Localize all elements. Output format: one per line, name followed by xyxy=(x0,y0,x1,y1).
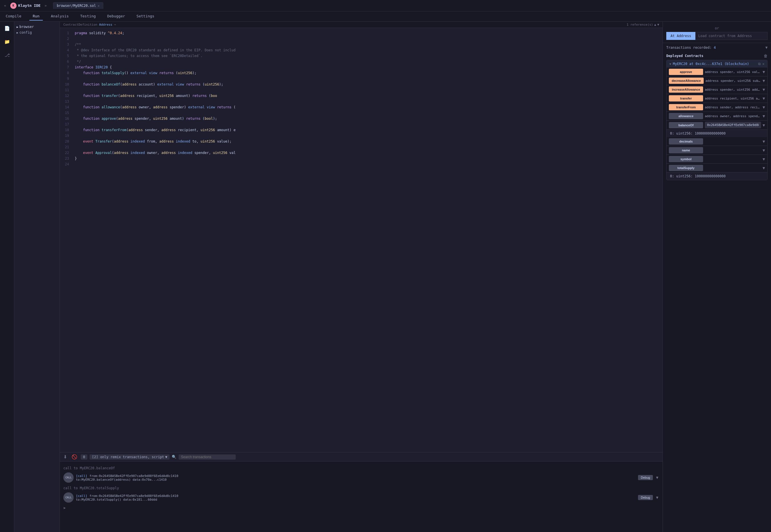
expand-left-icon[interactable]: « xyxy=(2,3,8,8)
approve-args: address spender, uint256 value xyxy=(705,70,761,74)
breadcrumb-arrow: → xyxy=(114,23,116,27)
terminal-collapse-icon[interactable]: ⬇ xyxy=(62,454,68,460)
allowance-button[interactable]: allowance xyxy=(669,113,703,119)
contract-collapse-icon[interactable]: ▼ xyxy=(670,62,671,66)
refs-up-icon[interactable]: ▲ xyxy=(654,23,656,27)
deployed-title: Deployed Contracts xyxy=(666,54,703,58)
transfer-from-expand-icon[interactable]: ▼ xyxy=(763,105,765,109)
call-to-2: to:MyERC20.totalSupply() data:0x181...60… xyxy=(76,498,636,501)
call-badge-1: CALL xyxy=(63,472,74,483)
editor-tab-myerc20[interactable]: browser/MyERC20.sol ✕ xyxy=(53,2,103,9)
git-icon[interactable]: ⎇ xyxy=(3,51,11,60)
name-button[interactable]: name xyxy=(669,147,703,153)
terminal-search-input[interactable] xyxy=(178,454,236,460)
tab-analysis[interactable]: Analysis xyxy=(47,12,72,21)
fn-row-total-supply: totalSupply ▼ xyxy=(667,164,767,172)
deployed-header: Deployed Contracts 🗑 xyxy=(663,52,771,60)
tab-settings[interactable]: Settings xyxy=(133,12,158,21)
call-link-1: [call] xyxy=(76,474,87,478)
logo-text: Klaytn IDE xyxy=(18,3,40,8)
call-row-2: CALL [call] from:0x2645BA5Be42FfEe907ca8… xyxy=(63,491,659,504)
call-link-2: [call] xyxy=(76,494,87,498)
contract-copy-icon[interactable]: ⧉ xyxy=(758,62,761,66)
deployed-trash-icon[interactable]: 🗑 xyxy=(764,54,768,58)
transactions-header: Transactions recorded: 4 ▼ xyxy=(663,43,771,52)
call-from-1: from:0x2645BA5Be42FfEe907ca8e9d88f6Ee6dA… xyxy=(90,474,178,478)
transactions-expand-icon[interactable]: ▼ xyxy=(765,45,768,50)
transfer-args: address recipient, uint256 amount xyxy=(705,97,761,100)
increase-allowance-button[interactable]: increaseAllowance xyxy=(669,86,703,93)
expand-button-2[interactable]: ▼ xyxy=(655,495,659,500)
tab-compile[interactable]: Compile xyxy=(2,12,25,21)
tab-close-icon[interactable]: ✕ xyxy=(98,4,99,8)
contract-close-icon[interactable]: ✕ xyxy=(762,62,764,66)
file-tree: ▶ browser ▶ config xyxy=(14,22,60,532)
decrease-allowance-args: address spender, uint256 subtracte xyxy=(705,79,761,83)
transactions-title: Transactions recorded: 4 xyxy=(666,46,716,50)
call-text-1: [call] from:0x2645BA5Be42FfEe907ca8e9d88… xyxy=(76,474,636,482)
symbol-button[interactable]: symbol xyxy=(669,156,703,162)
approve-expand-icon[interactable]: ▼ xyxy=(763,70,765,74)
terminal-filter-arrow: ▼ xyxy=(165,455,167,459)
expand-button-1[interactable]: ▼ xyxy=(655,475,659,480)
terminal-search-icon: 🔍 xyxy=(172,455,176,459)
tab-run[interactable]: Run xyxy=(29,12,43,21)
terminal-prompt: > xyxy=(63,506,659,510)
fn-row-transfer: transfer address recipient, uint256 amou… xyxy=(667,94,767,103)
call-label-2: call to MyERC20.totalSupply xyxy=(63,486,659,490)
balance-of-expand-icon[interactable]: ▼ xyxy=(763,123,765,127)
name-expand-icon[interactable]: ▼ xyxy=(763,148,765,153)
open-folder-icon[interactable]: 📁 xyxy=(3,37,12,46)
total-supply-button[interactable]: totalSupply xyxy=(669,165,703,171)
decrease-allowance-button[interactable]: decreaseAllowance xyxy=(669,78,704,84)
filetree-item-browser[interactable]: ▶ browser xyxy=(14,24,60,30)
balance-of-button[interactable]: balanceOf xyxy=(669,122,703,128)
increase-allowance-args: address spender, uint256 addedVa xyxy=(705,88,761,92)
refs-down-icon[interactable]: ▼ xyxy=(657,23,659,27)
expand-right-icon[interactable]: » xyxy=(43,3,48,8)
new-file-icon[interactable]: 📄 xyxy=(3,24,12,33)
tab-label: browser/MyERC20.sol xyxy=(57,4,96,8)
filetree-item-config[interactable]: ▶ config xyxy=(14,30,60,35)
code-content[interactable]: pragma solidity ^0.4.24; /** * @dev Inte… xyxy=(71,28,663,452)
breadcrumb-refs: 1 reference(s) ▲ ▼ xyxy=(627,23,659,27)
call-row-1: CALL [call] from:0x2645BA5Be42FfEe907ca8… xyxy=(63,471,659,484)
call-label-1: call to MyERC20.balanceOf xyxy=(63,466,659,470)
call-from-2: from:0x2645BA5Be42FfEe907ca8e9d88f6Ee6dA… xyxy=(90,494,178,498)
breadcrumb-contract: ContractDefinition xyxy=(63,23,97,27)
debug-button-2[interactable]: Debug xyxy=(638,495,653,500)
tab-testing[interactable]: Testing xyxy=(77,12,99,21)
fn-row-increase-allowance: increaseAllowance address spender, uint2… xyxy=(667,85,767,94)
nav-tabs: Compile Run Analysis Testing Debugger Se… xyxy=(0,11,771,22)
fn-row-allowance: allowance address owner, address spender… xyxy=(667,112,767,121)
address-section: or At Address Load contract from Address xyxy=(663,22,771,43)
terminal-clear-icon[interactable]: 🚫 xyxy=(70,454,78,460)
load-contract-tab[interactable]: Load contract from Address xyxy=(695,32,768,40)
transfer-from-button[interactable]: transferFrom xyxy=(669,104,703,110)
at-address-tab[interactable]: At Address xyxy=(666,32,695,40)
logo: K Klaytn IDE xyxy=(10,3,40,9)
or-text: or xyxy=(666,26,768,30)
call-to-1: to:MyERC20.balanceOf(address) data:0x70a… xyxy=(76,478,636,482)
decrease-allowance-expand-icon[interactable]: ▼ xyxy=(763,78,765,83)
decimals-button[interactable]: decimals xyxy=(669,138,703,145)
transfer-button[interactable]: transfer xyxy=(669,95,703,101)
allowance-expand-icon[interactable]: ▼ xyxy=(763,114,765,118)
symbol-expand-icon[interactable]: ▼ xyxy=(763,157,765,161)
terminal-filter[interactable]: [2] only remix transactions, script ▼ xyxy=(90,454,169,460)
code-editor[interactable]: 12345 678910 1112131415 1617181920 21222… xyxy=(60,28,663,452)
debug-button-1[interactable]: Debug xyxy=(638,475,653,480)
transfer-expand-icon[interactable]: ▼ xyxy=(763,96,765,101)
topbar: « K Klaytn IDE » browser/MyERC20.sol ✕ xyxy=(0,0,771,11)
decimals-expand-icon[interactable]: ▼ xyxy=(763,139,765,144)
total-supply-expand-icon[interactable]: ▼ xyxy=(763,166,765,170)
terminal-filter-label: [2] only remix transactions, script xyxy=(92,455,164,459)
tab-debugger[interactable]: Debugger xyxy=(104,12,129,21)
balance-of-input[interactable] xyxy=(705,122,761,128)
increase-allowance-expand-icon[interactable]: ▼ xyxy=(763,87,765,92)
approve-button[interactable]: approve xyxy=(669,69,703,75)
address-tabs: At Address Load contract from Address xyxy=(666,32,768,40)
fn-row-symbol: symbol ▼ xyxy=(667,155,767,164)
contract-header: ▼ MyERC20 at 0xc4c...637e1 (blockchain) … xyxy=(667,60,767,68)
sidebar: 📄 📁 ⎇ xyxy=(0,22,14,532)
